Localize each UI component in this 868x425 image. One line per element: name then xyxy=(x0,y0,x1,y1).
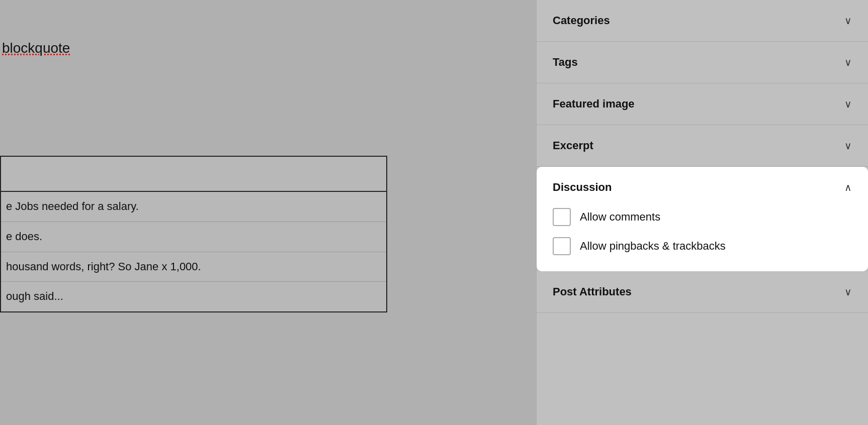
blockquote-label: blockquote xyxy=(0,40,70,56)
featured-image-title: Featured image xyxy=(553,97,635,111)
categories-header[interactable]: Categories xyxy=(537,0,868,41)
post-attributes-section: Post Attributes xyxy=(537,271,868,313)
discussion-chevron-icon xyxy=(844,181,852,193)
allow-pingbacks-checkbox[interactable] xyxy=(553,237,571,255)
discussion-section: Discussion Allow comments Allow pingback… xyxy=(537,167,868,271)
table-row: e does. xyxy=(1,222,386,252)
post-attributes-chevron-icon xyxy=(844,286,852,298)
sidebar: Categories Tags Featured image Excerpt D… xyxy=(536,0,868,425)
tags-header[interactable]: Tags xyxy=(537,42,868,83)
allow-comments-label: Allow comments xyxy=(580,210,660,224)
content-table: e Jobs needed for a salary. e does. hous… xyxy=(0,156,387,312)
categories-section: Categories xyxy=(537,0,868,42)
allow-comments-checkbox[interactable] xyxy=(553,208,571,226)
main-content: blockquote e Jobs needed for a salary. e… xyxy=(0,0,536,425)
featured-image-chevron-icon xyxy=(844,98,852,110)
post-attributes-title: Post Attributes xyxy=(553,285,632,298)
discussion-content: Allow comments Allow pingbacks & trackba… xyxy=(537,204,868,271)
tags-title: Tags xyxy=(553,56,578,69)
discussion-title: Discussion xyxy=(553,181,612,194)
excerpt-section: Excerpt xyxy=(537,125,868,167)
allow-pingbacks-label: Allow pingbacks & trackbacks xyxy=(580,240,726,253)
categories-title: Categories xyxy=(553,14,610,27)
excerpt-title: Excerpt xyxy=(553,139,593,152)
excerpt-header[interactable]: Excerpt xyxy=(537,125,868,166)
excerpt-chevron-icon xyxy=(844,140,852,152)
tags-chevron-icon xyxy=(844,56,852,68)
tags-section: Tags xyxy=(537,42,868,83)
categories-chevron-icon xyxy=(844,15,852,27)
table-row: ough said... xyxy=(1,282,386,311)
table-row: housand words, right? So Jane x 1,000. xyxy=(1,252,386,282)
featured-image-header[interactable]: Featured image xyxy=(537,83,868,125)
discussion-header[interactable]: Discussion xyxy=(537,167,868,204)
allow-pingbacks-row: Allow pingbacks & trackbacks xyxy=(553,237,852,255)
post-attributes-header[interactable]: Post Attributes xyxy=(537,271,868,312)
featured-image-section: Featured image xyxy=(537,83,868,125)
table-row: e Jobs needed for a salary. xyxy=(1,192,386,222)
allow-comments-row: Allow comments xyxy=(553,208,852,226)
table-header xyxy=(1,157,386,192)
